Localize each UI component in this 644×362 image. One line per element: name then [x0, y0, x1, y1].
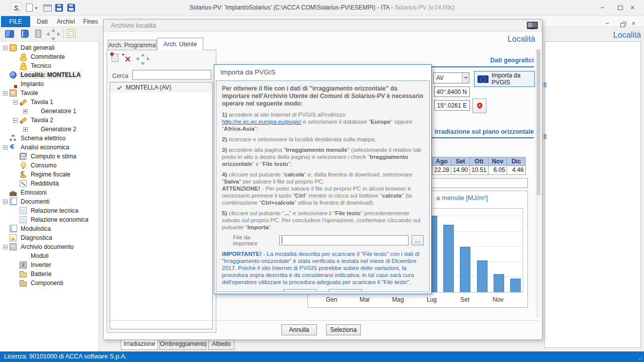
tree-item-tavola-2[interactable]: Tavola 2 — [0, 116, 99, 125]
tree-item-regime-fiscale[interactable]: Regime fiscale — [0, 170, 99, 179]
seleziona-button[interactable]: Seleziona — [326, 324, 361, 335]
tavole-icon — [10, 89, 17, 97]
tree-item-moduli[interactable]: Moduli — [0, 251, 99, 260]
navigate-cross-icon[interactable] — [46, 29, 60, 41]
tree-item-diagnostica[interactable]: Diagnostica — [0, 233, 99, 242]
tree-item-label: Moduli — [29, 252, 50, 260]
tab-arch-programma[interactable]: Arch. Programma — [108, 40, 156, 50]
tree-item-documenti[interactable]: Documenti — [0, 197, 99, 206]
binder-icon[interactable] — [35, 30, 41, 38]
tree-expander-minus[interactable] — [3, 91, 8, 96]
open-archive-icon[interactable] — [5, 30, 14, 38]
tree-expander-plus[interactable] — [23, 109, 28, 114]
inverter-icon — [20, 261, 27, 268]
person-icon — [20, 53, 27, 60]
tree-expander-minus[interactable] — [13, 118, 18, 123]
dialog-importa-button[interactable]: Importa — [329, 289, 362, 292]
tree-item-relazione-tecnica[interactable]: Relazione tecnica — [0, 206, 99, 215]
doc-icon — [20, 207, 27, 214]
tree-item-batterie[interactable]: Batterie — [0, 269, 99, 279]
scrollbar-thumb[interactable] — [537, 49, 540, 195]
menu-dati[interactable]: Dati — [32, 16, 52, 27]
table-value-cell: 10.51 — [470, 166, 489, 175]
tree-expander-minus[interactable] — [3, 145, 8, 150]
latitude-field[interactable]: 40°.8400 N — [434, 86, 470, 97]
tree-item-archivio-documento[interactable]: Archivio documento — [0, 242, 99, 251]
archive-book-icon[interactable] — [21, 30, 29, 38]
maximize-button[interactable] — [618, 6, 623, 10]
background-link-fragment[interactable]: e — [543, 80, 547, 87]
child-close-button[interactable]: × — [628, 19, 639, 28]
dialog-title: Importa da PVGIS — [220, 68, 276, 76]
menu-finestre[interactable]: Fines — [79, 16, 102, 27]
tree-item-inverter[interactable]: Inverter — [0, 260, 99, 269]
tree-item-componenti[interactable]: Componenti — [0, 279, 99, 288]
project-tree: Dati generaliCommittenteTecnicoLocalità:… — [0, 41, 99, 351]
tree-item-dati-generali[interactable]: Dati generali — [0, 43, 99, 52]
dati-geografici-header: Dati geografici — [490, 57, 534, 64]
annulla-button[interactable]: Annulla — [281, 324, 317, 335]
tree-item-generatore-1[interactable]: Generatore 1 — [0, 107, 99, 116]
tree-item-tavole[interactable]: Tavole — [0, 88, 99, 98]
tree-expander-plus[interactable] — [23, 127, 28, 132]
longitude-field[interactable]: 15°.0261 E — [434, 100, 470, 111]
background-link-fragment[interactable]: e — [543, 132, 547, 139]
pvgis-link[interactable]: http://re.jrc.ec.europa.eu/pvgis/ — [222, 119, 301, 125]
dual-monitor-icon[interactable] — [527, 22, 538, 29]
tree-expander-minus[interactable] — [3, 200, 8, 204]
vertical-scrollbar[interactable] — [536, 49, 540, 317]
tree-item-modulistica[interactable]: Modulistica — [0, 224, 99, 233]
chart-bar-dic — [510, 279, 521, 292]
notebook-icon — [10, 44, 17, 51]
move-cross-icon[interactable] — [136, 53, 150, 65]
delete-icon[interactable]: × — [124, 55, 131, 63]
frame-tool-icon[interactable] — [67, 29, 75, 38]
tree-item-committente[interactable]: Committente — [0, 52, 99, 61]
tree-item-consumo[interactable]: Consumo — [0, 161, 99, 170]
file-da-importare-input[interactable] — [279, 235, 409, 245]
search-input[interactable] — [132, 70, 211, 80]
table-header-cell: Ago — [433, 157, 451, 166]
child-minimize-button[interactable]: − — [602, 19, 613, 28]
table-header-cell: Nov — [489, 157, 507, 166]
import-file-icon[interactable] — [112, 54, 118, 62]
map-pin-button[interactable] — [472, 99, 487, 113]
list-item-montella[interactable]: MONTELLA (AV) — [110, 82, 212, 93]
tree-item-emissioni[interactable]: Emissioni — [0, 188, 99, 197]
comuni-list[interactable]: MONTELLA (AV) — [110, 82, 213, 329]
browse-button[interactable]: ... — [412, 235, 424, 245]
table-header-cell: Set — [451, 157, 470, 166]
tree-item-impianto[interactable]: Impianto — [0, 79, 99, 88]
archivio-titlebar[interactable]: Archivio località — [104, 20, 542, 32]
tree-expander-minus[interactable] — [3, 245, 8, 249]
chart-x-label-mar: Mar — [355, 296, 375, 303]
irradiazione-header: Irradiazione sul piano orizzontale — [435, 128, 534, 135]
close-button[interactable]: × — [627, 4, 638, 13]
tree-item-label: Relazione economica — [29, 216, 90, 224]
tree-item-computo-e-stima[interactable]: Computo e stima — [0, 152, 99, 161]
tree-item-redditivit[interactable]: Redditività — [0, 179, 99, 188]
resize-grip[interactable] — [638, 356, 642, 360]
chevron-down-icon[interactable] — [462, 73, 469, 83]
tree-item-analisi-economica[interactable]: Analisi economica — [0, 143, 99, 152]
minimize-button[interactable]: − — [597, 4, 608, 13]
tree-expander-minus[interactable] — [13, 100, 18, 105]
tree-item-localit-montella[interactable]: Località: MONTELLA — [0, 70, 99, 79]
provincia-select[interactable]: AV — [433, 72, 469, 83]
reddit-icon — [20, 180, 27, 187]
provincia-value: AV — [436, 74, 444, 81]
dialog-annulla-button[interactable]: Annulla — [283, 289, 317, 292]
tree-item-generatore-2[interactable]: Generatore 2 — [0, 125, 99, 134]
importa-da-pvgis-button[interactable]: Importa da PVGIS — [474, 71, 535, 87]
menu-archivi[interactable]: Archivi — [52, 16, 79, 27]
tree-item-schema-elettrico[interactable]: Schema elettrico — [0, 134, 99, 143]
tree-expander-minus[interactable] — [3, 46, 8, 50]
batterie-icon — [20, 273, 27, 278]
menu-file[interactable]: FILE — [1, 16, 30, 27]
tab-arch-utente[interactable]: Arch. Utente — [157, 38, 203, 50]
tree-item-tecnico[interactable]: Tecnico — [0, 61, 99, 70]
tree-item-tavola-1[interactable]: Tavola 1 — [0, 98, 99, 107]
tree-item-relazione-economica[interactable]: Relazione economica — [0, 215, 99, 224]
child-restore-button[interactable] — [620, 23, 625, 27]
tree-item-label: Regime fiscale — [29, 170, 72, 178]
